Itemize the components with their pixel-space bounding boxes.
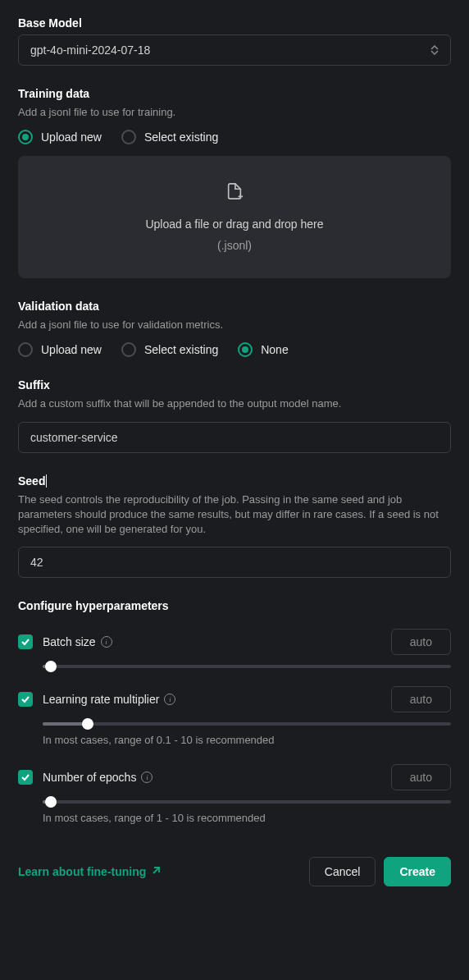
learn-link[interactable]: Learn about fine-tuning xyxy=(18,865,161,878)
info-icon[interactable]: i xyxy=(164,694,175,705)
training-radio-select-label: Select existing xyxy=(144,131,218,144)
training-data-label: Training data xyxy=(18,87,451,100)
batch-size-label: Batch size i xyxy=(43,635,112,648)
suffix-input[interactable] xyxy=(18,422,451,453)
seed-help: The seed controls the reproducibility of… xyxy=(18,492,451,538)
validation-radio-none[interactable]: None xyxy=(238,342,288,357)
dropzone-sub: (.jsonl) xyxy=(217,239,252,252)
learning-rate-checkbox[interactable] xyxy=(18,692,33,707)
info-icon[interactable]: i xyxy=(101,636,112,648)
create-button[interactable]: Create xyxy=(384,857,451,886)
chevron-updown-icon xyxy=(430,45,439,55)
training-radio-upload-label: Upload new xyxy=(41,131,102,144)
radio-icon xyxy=(18,342,33,357)
training-radio-select[interactable]: Select existing xyxy=(121,130,218,144)
suffix-label: Suffix xyxy=(18,378,451,392)
batch-size-slider[interactable] xyxy=(43,665,451,668)
training-data-help: Add a jsonl file to use for training. xyxy=(18,105,451,120)
radio-icon xyxy=(121,130,136,144)
dropzone-text: Upload a file or drag and drop here xyxy=(145,218,323,231)
validation-data-help: Add a jsonl file to use for validation m… xyxy=(18,318,451,332)
learning-rate-value[interactable]: auto xyxy=(391,686,451,712)
batch-size-checkbox[interactable] xyxy=(18,634,33,649)
external-link-icon xyxy=(151,865,161,878)
base-model-value: gpt-4o-mini-2024-07-18 xyxy=(30,44,150,57)
hyperparams-label: Configure hyperparameters xyxy=(18,599,451,612)
learning-rate-label: Learning rate multiplier i xyxy=(43,693,175,706)
training-dropzone[interactable]: Upload a file or drag and drop here (.js… xyxy=(18,156,451,278)
seed-label: Seed xyxy=(18,474,451,488)
radio-icon xyxy=(238,342,253,357)
epochs-checkbox[interactable] xyxy=(18,770,33,785)
radio-icon xyxy=(18,130,33,144)
file-upload-icon xyxy=(225,182,244,203)
suffix-help: Add a custom suffix that will be appende… xyxy=(18,396,451,411)
validation-radio-select-label: Select existing xyxy=(144,343,218,356)
validation-radio-select[interactable]: Select existing xyxy=(121,342,218,357)
validation-radio-upload-label: Upload new xyxy=(41,343,102,356)
base-model-select[interactable]: gpt-4o-mini-2024-07-18 xyxy=(18,34,451,66)
validation-radio-none-label: None xyxy=(261,343,288,356)
cancel-button[interactable]: Cancel xyxy=(309,857,376,886)
info-icon[interactable]: i xyxy=(141,772,153,783)
learning-rate-note: In most cases, range of 0.1 - 10 is reco… xyxy=(43,734,451,746)
seed-input[interactable] xyxy=(18,547,451,578)
epochs-label: Number of epochs i xyxy=(43,771,153,784)
learning-rate-slider[interactable] xyxy=(43,722,451,726)
epochs-value[interactable]: auto xyxy=(391,764,451,790)
epochs-slider[interactable] xyxy=(43,800,451,804)
base-model-label: Base Model xyxy=(18,16,451,30)
training-radio-upload[interactable]: Upload new xyxy=(18,130,102,144)
batch-size-value[interactable]: auto xyxy=(391,629,451,655)
validation-radio-upload[interactable]: Upload new xyxy=(18,342,102,357)
epochs-note: In most cases, range of 1 - 10 is recomm… xyxy=(43,812,451,824)
validation-data-label: Validation data xyxy=(18,300,451,313)
radio-icon xyxy=(121,342,136,357)
